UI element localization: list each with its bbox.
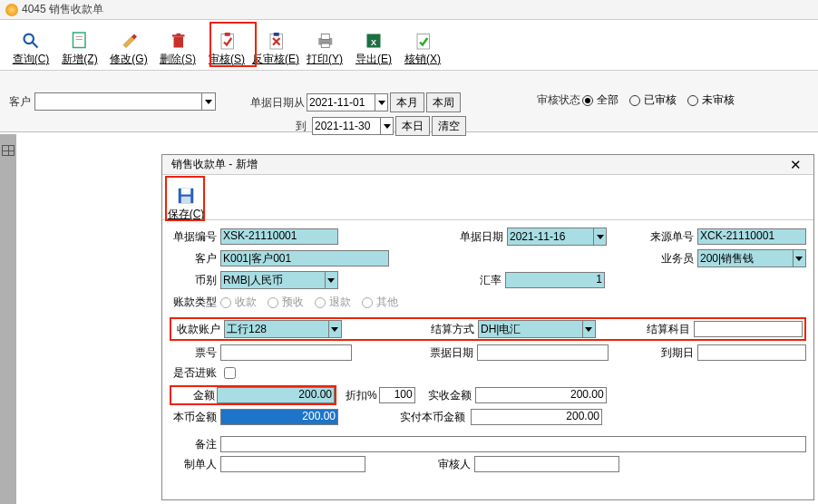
svg-text:X: X: [371, 38, 376, 47]
draft-date-label: 票据日期: [426, 345, 475, 361]
due-field[interactable]: [697, 344, 806, 361]
disc-field[interactable]: 100: [379, 387, 415, 403]
remark-label: 备注: [170, 437, 219, 452]
remark-field[interactable]: [220, 436, 806, 452]
side-strip: [0, 134, 16, 504]
settle-field[interactable]: [478, 320, 596, 338]
rate-field[interactable]: 1: [505, 272, 605, 288]
bill-date-field[interactable]: [507, 228, 607, 246]
today-button[interactable]: 本日: [395, 116, 430, 136]
dialog-titlebar: 销售收款单 - 新增 ✕: [162, 155, 813, 175]
app-icon: [5, 4, 18, 16]
grid-icon[interactable]: [2, 145, 15, 156]
dialog-toolbar: 保存(C): [162, 175, 813, 220]
svg-rect-20: [181, 197, 191, 204]
account-label: 收款账户: [173, 322, 222, 337]
draft-date-field[interactable]: [477, 344, 609, 361]
add-dialog: 销售收款单 - 新增 ✕ 保存(C) 单据编号 XSK-21110001 单据日…: [161, 154, 814, 500]
due-label: 到期日: [647, 345, 696, 361]
this-month-button[interactable]: 本月: [390, 92, 424, 112]
dropdown-icon[interactable]: [201, 93, 215, 110]
maker-field: [220, 456, 365, 472]
customer-label: 客户: [170, 251, 219, 267]
amount-field[interactable]: 200.00: [217, 387, 335, 403]
audit-button[interactable]: 审核(S): [203, 24, 250, 69]
src-no-field[interactable]: XCK-21110001: [697, 228, 806, 245]
date-to-label: 到: [250, 119, 310, 134]
audit-status-label: 审核状态: [537, 92, 580, 108]
save-label: 保存(C): [168, 207, 205, 222]
customer-label: 客户: [9, 94, 31, 110]
date-from-label: 单据日期从: [250, 95, 305, 111]
svg-rect-9: [225, 33, 230, 36]
close-button[interactable]: ✕: [783, 157, 808, 173]
svg-rect-8: [221, 34, 234, 50]
maker-label: 制单人: [170, 457, 219, 472]
svg-rect-7: [177, 34, 181, 35]
query-label: 查询(C): [13, 52, 50, 67]
dropdown-icon[interactable]: [328, 321, 341, 337]
svg-point-0: [24, 34, 34, 44]
filter-bar: 客户 单据日期从 本月 本周 到 本日 清空 审核状态 全部: [0, 71, 818, 132]
date-from[interactable]: [307, 93, 388, 111]
draft-label: 票号: [170, 345, 219, 361]
dialog-form: 单据编号 XSK-21110001 单据日期 来源单号 XCK-21110001…: [162, 220, 813, 472]
svg-rect-19: [181, 189, 191, 195]
save-button[interactable]: 保存(C): [166, 179, 206, 224]
clear-button[interactable]: 清空: [432, 116, 466, 136]
delete-label: 删除(S): [160, 52, 196, 67]
writeoff-label: 核销(X): [404, 52, 441, 67]
unaudit-label: 反审核(E): [252, 52, 299, 67]
dropdown-icon[interactable]: [375, 94, 387, 111]
writeoff-button[interactable]: 核销(X): [399, 24, 446, 69]
edit-label: 修改(G): [110, 52, 147, 67]
settle-subj-field[interactable]: [694, 321, 803, 337]
recv-label: 实收金额: [424, 388, 473, 403]
radio-unaudited[interactable]: 未审核: [687, 92, 735, 108]
svg-rect-17: [417, 34, 430, 50]
base-recv-label: 实付本币金额: [389, 410, 469, 425]
query-button[interactable]: 查询(C): [7, 24, 54, 69]
window-title: 4045 销售收款单: [22, 2, 103, 17]
add-button[interactable]: 新增(Z): [56, 24, 103, 69]
auditor-label: 审核人: [424, 457, 472, 472]
settle-subj-label: 结算科目: [643, 322, 692, 337]
highlight-amount: 金额 200.00: [170, 385, 336, 405]
svg-rect-14: [321, 44, 329, 48]
unaudit-button[interactable]: 反审核(E): [252, 24, 299, 69]
account-field[interactable]: [224, 320, 342, 338]
dropdown-icon[interactable]: [325, 272, 337, 288]
customer-input[interactable]: [35, 93, 201, 110]
customer-combo[interactable]: [34, 92, 216, 111]
this-week-button[interactable]: 本周: [426, 92, 461, 112]
paytype-options: 收款 预收 退款 其他: [220, 295, 398, 310]
customer-field[interactable]: K001|客户001: [220, 250, 389, 267]
radio-audited[interactable]: 已审核: [629, 92, 677, 108]
svg-rect-5: [174, 37, 184, 48]
dropdown-icon[interactable]: [593, 228, 606, 245]
dropdown-icon[interactable]: [793, 250, 805, 267]
svg-rect-2: [73, 33, 86, 48]
delete-button[interactable]: 删除(S): [154, 24, 201, 69]
date-to[interactable]: [312, 117, 394, 135]
main-titlebar: 4045 销售收款单: [0, 0, 818, 20]
bill-no-label: 单据编号: [170, 229, 219, 245]
currency-field[interactable]: [220, 271, 338, 289]
dropdown-icon[interactable]: [380, 118, 393, 134]
edit-button[interactable]: 修改(G): [105, 24, 152, 69]
dropdown-icon[interactable]: [582, 321, 595, 337]
print-button[interactable]: 打印(Y): [301, 24, 348, 69]
bill-no-field[interactable]: XSK-21110001: [220, 228, 338, 245]
sales-field[interactable]: [697, 249, 806, 267]
add-label: 新增(Z): [62, 52, 97, 67]
draft-field[interactable]: [220, 344, 352, 361]
booked-checkbox[interactable]: [224, 367, 236, 379]
paytype-label: 账款类型: [170, 295, 219, 310]
export-button[interactable]: X 导出(E): [350, 24, 397, 69]
radio-all[interactable]: 全部: [582, 92, 618, 108]
highlight-account-row: 收款账户 结算方式 结算科目: [170, 317, 806, 341]
sales-label: 业务员: [647, 251, 696, 267]
audit-label: 审核(S): [209, 52, 245, 67]
svg-rect-11: [274, 33, 279, 36]
auditor-field: [474, 456, 619, 472]
